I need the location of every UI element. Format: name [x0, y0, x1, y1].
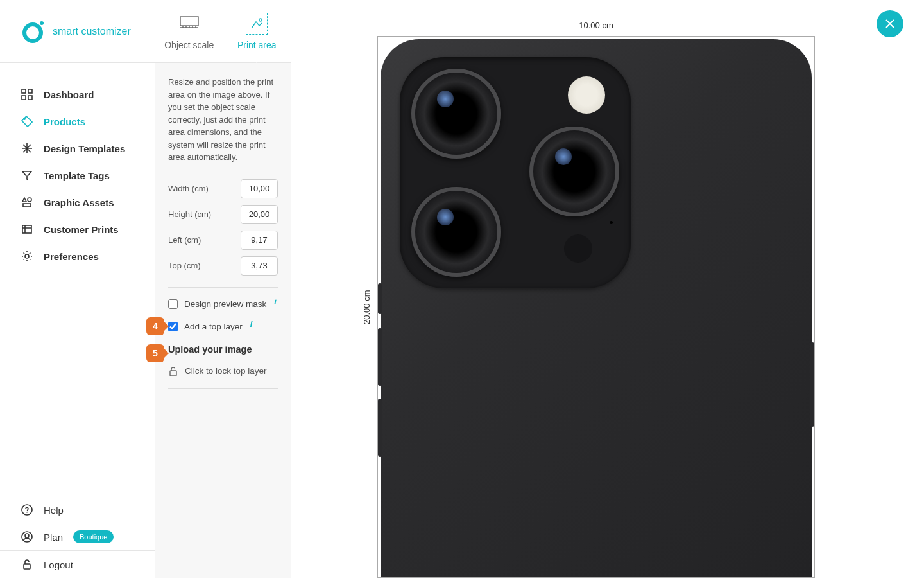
panel-description: Resize and position the print area on th… — [168, 76, 278, 164]
dashboard-icon — [21, 88, 33, 101]
svg-point-1 — [40, 21, 44, 25]
print-area-icon — [246, 13, 268, 35]
upload-your-image[interactable]: 5 Upload your image — [168, 344, 278, 355]
sidebar-item-label: Dashboard — [44, 89, 94, 100]
width-input[interactable] — [241, 179, 278, 198]
sidebar-item-label: Customer Prints — [44, 224, 119, 235]
lidar-sensor — [564, 234, 592, 263]
toplayer-label: Add a top layer — [184, 322, 243, 331]
sidebar-item-label: Logout — [44, 559, 73, 570]
camera-flash — [568, 76, 605, 114]
prints-icon — [21, 223, 33, 236]
logo-icon — [21, 19, 45, 44]
sidebar-item-design-templates[interactable]: Design Templates — [0, 135, 155, 162]
panel-body: Resize and position the print area on th… — [155, 63, 291, 413]
phone-case-mockup — [381, 39, 812, 577]
mask-checkbox[interactable] — [168, 299, 178, 309]
logo[interactable]: smart customizer — [0, 0, 155, 63]
sidebar-item-label: Template Tags — [44, 170, 110, 181]
divider — [168, 388, 278, 389]
main-nav: Dashboard Products Design Templates Temp… — [0, 63, 155, 496]
toplayer-checkbox[interactable] — [168, 322, 178, 331]
ruler-width: 10.00 cm — [377, 21, 815, 30]
field-height: Height (cm) — [168, 205, 278, 224]
camera-lens — [411, 187, 501, 277]
sidebar-item-products[interactable]: Products — [0, 108, 155, 135]
sidebar-item-plan[interactable]: Plan Boutique — [0, 523, 155, 550]
phone-side-button — [378, 283, 382, 314]
top-label: Top (cm) — [168, 261, 201, 270]
templates-icon — [21, 142, 33, 155]
sidebar-item-customer-prints[interactable]: Customer Prints — [0, 216, 155, 243]
svg-rect-5 — [28, 96, 32, 100]
height-input[interactable] — [241, 205, 278, 224]
sidebar-item-help[interactable]: Help — [0, 496, 155, 523]
lock-open-icon — [168, 366, 178, 376]
gear-icon — [21, 250, 33, 263]
svg-rect-9 — [22, 225, 31, 233]
sidebar-item-graphic-assets[interactable]: Graphic Assets — [0, 189, 155, 216]
canvas-area: 10.00 cm 20.00 cm — [291, 0, 924, 578]
tab-label: Object scale — [164, 40, 214, 50]
svg-point-0 — [24, 24, 41, 41]
svg-rect-3 — [28, 89, 32, 93]
settings-panel: Object scale Print area Resize and posit… — [155, 0, 291, 578]
sidebar-item-label: Plan — [44, 532, 63, 543]
svg-point-11 — [22, 505, 32, 515]
lock-label: Click to lock top layer — [185, 366, 267, 376]
shapes-icon — [21, 196, 33, 209]
width-label: Width (cm) — [168, 184, 209, 193]
ruler-height: 20.00 cm — [362, 36, 372, 578]
tab-label: Print area — [237, 40, 277, 50]
svg-rect-14 — [24, 564, 30, 569]
sidebar-item-label: Design Templates — [44, 143, 125, 154]
camera-lens — [529, 127, 619, 216]
lock-top-layer-row[interactable]: Click to lock top layer — [168, 366, 278, 376]
nav-bottom: Help Plan Boutique Logout — [0, 496, 155, 578]
sidebar-item-label: Preferences — [44, 251, 99, 262]
field-width: Width (cm) — [168, 179, 278, 198]
filter-icon — [21, 169, 33, 182]
sidebar-item-preferences[interactable]: Preferences — [0, 243, 155, 270]
info-icon[interactable]: i — [274, 297, 277, 306]
sidebar-item-label: Graphic Assets — [44, 197, 114, 208]
sidebar-item-dashboard[interactable]: Dashboard — [0, 81, 155, 108]
height-label: Height (cm) — [168, 209, 211, 219]
svg-point-16 — [259, 19, 262, 21]
logo-text: smart customizer — [53, 26, 131, 37]
plan-badge: Boutique — [73, 530, 114, 543]
left-input[interactable] — [241, 231, 278, 250]
mask-label: Design preview mask — [184, 299, 266, 309]
svg-rect-17 — [170, 371, 176, 376]
sidebar: smart customizer Dashboard Products Desi… — [0, 0, 155, 578]
field-left: Left (cm) — [168, 231, 278, 250]
sidebar-item-logout[interactable]: Logout — [0, 551, 155, 578]
print-area-frame[interactable] — [377, 36, 815, 578]
tab-object-scale[interactable]: Object scale — [155, 0, 223, 62]
user-icon — [21, 530, 33, 543]
design-preview-mask-row[interactable]: Design preview maski — [168, 299, 278, 309]
tab-print-area[interactable]: Print area — [223, 0, 291, 62]
top-input[interactable] — [241, 256, 278, 276]
close-button[interactable] — [877, 10, 903, 37]
svg-rect-2 — [22, 89, 26, 93]
help-icon — [21, 504, 33, 516]
step-marker-4: 4 — [146, 317, 164, 335]
camera-lens — [411, 69, 501, 159]
info-icon[interactable]: i — [250, 319, 253, 329]
step-marker-5: 5 — [146, 344, 164, 362]
microphone — [610, 221, 613, 224]
sidebar-item-label: Products — [44, 116, 85, 127]
field-top: Top (cm) — [168, 256, 278, 276]
sidebar-item-template-tags[interactable]: Template Tags — [0, 162, 155, 189]
phone-side-button — [378, 399, 382, 457]
svg-point-7 — [28, 198, 31, 202]
left-label: Left (cm) — [168, 235, 201, 245]
product-preview[interactable]: 10.00 cm 20.00 cm — [377, 36, 815, 578]
lock-icon — [21, 558, 33, 571]
svg-point-10 — [25, 254, 29, 258]
sidebar-item-label: Help — [44, 505, 64, 516]
tag-icon — [21, 115, 33, 128]
add-top-layer-row[interactable]: 4 Add a top layeri — [168, 322, 278, 331]
object-scale-icon — [178, 13, 200, 35]
